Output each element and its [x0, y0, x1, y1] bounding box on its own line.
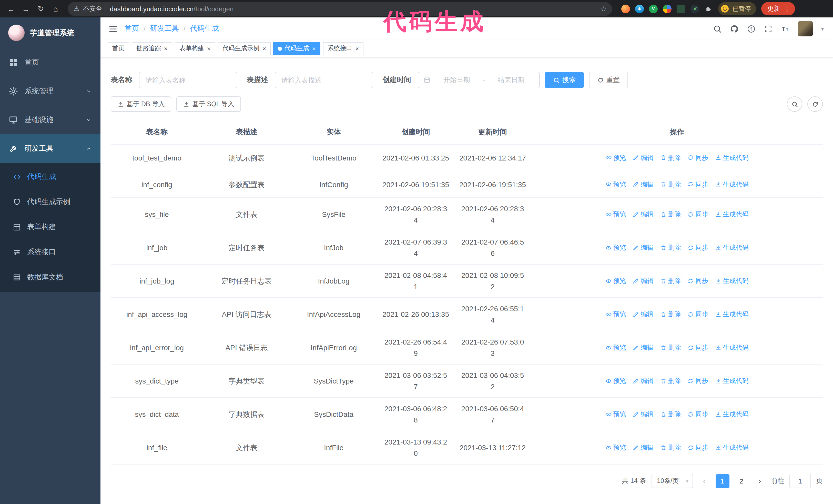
close-icon[interactable]: ×: [262, 45, 266, 51]
sync-link[interactable]: 同步: [688, 275, 709, 287]
import-db-button[interactable]: 基于 DB 导入: [111, 96, 171, 112]
edit-link[interactable]: 编辑: [633, 242, 653, 253]
page-button-2[interactable]: 2: [735, 474, 748, 488]
submenu-item-system-api[interactable]: 系统接口: [0, 239, 100, 265]
goto-page-input[interactable]: [789, 474, 811, 488]
sync-link[interactable]: 同步: [688, 152, 709, 163]
prev-page-button[interactable]: ‹: [698, 476, 711, 485]
edit-link[interactable]: 编辑: [633, 152, 653, 163]
profile-chip[interactable]: 已暂停: [718, 2, 756, 16]
page-size-select[interactable]: 10条/页 ▾: [651, 474, 693, 488]
edit-link[interactable]: 编辑: [633, 209, 653, 220]
generate-code-link[interactable]: 生成代码: [715, 152, 749, 163]
close-icon[interactable]: ×: [312, 45, 316, 51]
edit-link[interactable]: 编辑: [633, 179, 653, 190]
address-bar[interactable]: ⚠ 不安全 dashboard.yudao.iocoder.cn/tool/co…: [68, 2, 612, 16]
ext-icon-dark[interactable]: [677, 4, 685, 13]
refresh-table-button[interactable]: [807, 96, 823, 112]
tab-system-api[interactable]: 系统接口 ×: [323, 42, 363, 55]
sidebar-item-infra[interactable]: 基础设施: [0, 105, 100, 134]
generate-code-link[interactable]: 生成代码: [715, 242, 749, 253]
delete-link[interactable]: 删除: [660, 442, 681, 453]
generate-code-link[interactable]: 生成代码: [715, 209, 749, 220]
breadcrumb-devtools[interactable]: 研发工具: [150, 24, 179, 33]
reload-button[interactable]: ↻: [34, 2, 48, 16]
fullscreen-button[interactable]: [764, 24, 772, 33]
help-button[interactable]: ?: [747, 24, 756, 33]
preview-link[interactable]: 预览: [605, 409, 626, 420]
table-name-input[interactable]: [139, 72, 237, 88]
end-date-placeholder[interactable]: 结束日期: [488, 75, 534, 85]
sync-link[interactable]: 同步: [688, 375, 709, 387]
home-button[interactable]: ⌂: [49, 2, 63, 16]
delete-link[interactable]: 删除: [660, 179, 681, 190]
generate-code-link[interactable]: 生成代码: [715, 179, 749, 190]
close-icon[interactable]: ×: [355, 45, 359, 51]
submenu-item-form-builder[interactable]: 表单构建: [0, 214, 100, 239]
table-desc-input[interactable]: [275, 72, 373, 88]
preview-link[interactable]: 预览: [605, 442, 626, 453]
sync-link[interactable]: 同步: [688, 179, 709, 190]
edit-link[interactable]: 编辑: [633, 275, 653, 287]
delete-link[interactable]: 删除: [660, 375, 681, 387]
submenu-item-codegen[interactable]: 代码生成: [0, 164, 100, 189]
date-range-picker[interactable]: 开始日期 - 结束日期: [418, 72, 540, 88]
start-date-placeholder[interactable]: 开始日期: [434, 75, 480, 85]
generate-code-link[interactable]: 生成代码: [715, 275, 749, 287]
toggle-search-button[interactable]: [787, 96, 802, 112]
font-size-button[interactable]: TT: [781, 24, 789, 33]
github-link[interactable]: [730, 24, 739, 33]
edit-link[interactable]: 编辑: [633, 342, 653, 353]
ext-icon-leaf[interactable]: [690, 4, 699, 13]
sync-link[interactable]: 同步: [688, 409, 709, 420]
tab-codegen-example[interactable]: 代码生成示例 ×: [218, 42, 271, 55]
delete-link[interactable]: 删除: [660, 275, 681, 287]
import-sql-button[interactable]: 基于 SQL 导入: [176, 96, 241, 112]
preview-link[interactable]: 预览: [605, 375, 626, 387]
sync-link[interactable]: 同步: [688, 442, 709, 453]
delete-link[interactable]: 删除: [660, 242, 681, 253]
sync-link[interactable]: 同步: [688, 209, 709, 220]
edit-link[interactable]: 编辑: [633, 309, 653, 320]
breadcrumb-home[interactable]: 首页: [124, 24, 139, 33]
generate-code-link[interactable]: 生成代码: [715, 342, 749, 353]
generate-code-link[interactable]: 生成代码: [715, 375, 749, 387]
app-logo[interactable]: 芋道管理系统: [0, 18, 100, 48]
bookmark-star-icon[interactable]: ☆: [598, 5, 609, 13]
preview-link[interactable]: 预览: [605, 242, 626, 253]
sidebar-item-system[interactable]: 系统管理: [0, 77, 100, 105]
sync-link[interactable]: 同步: [688, 242, 709, 253]
update-button[interactable]: 更新 ⋮: [761, 2, 795, 16]
page-button-1[interactable]: 1: [716, 474, 730, 488]
delete-link[interactable]: 删除: [660, 209, 681, 220]
submenu-item-codegen-example[interactable]: 代码生成示例: [0, 189, 100, 214]
ext-icon-drop[interactable]: [635, 4, 644, 13]
edit-link[interactable]: 编辑: [633, 442, 653, 453]
ext-icon-grid[interactable]: [663, 4, 671, 13]
sidebar-toggle[interactable]: [109, 24, 117, 33]
sync-link[interactable]: 同步: [688, 309, 709, 320]
back-button[interactable]: ←: [4, 2, 18, 16]
sidebar-item-home[interactable]: 首页: [0, 48, 100, 77]
sidebar-item-devtools[interactable]: 研发工具: [0, 134, 100, 163]
ext-icon-v[interactable]: V: [649, 4, 658, 13]
sync-link[interactable]: 同步: [688, 342, 709, 353]
header-search-button[interactable]: [713, 24, 722, 33]
reset-button[interactable]: 重置: [589, 72, 628, 88]
preview-link[interactable]: 预览: [605, 209, 626, 220]
preview-link[interactable]: 预览: [605, 309, 626, 320]
generate-code-link[interactable]: 生成代码: [715, 309, 749, 320]
browser-menu-icon[interactable]: ⋮: [784, 5, 790, 13]
avatar-caret-icon[interactable]: ▾: [821, 26, 824, 31]
ext-icon-fox[interactable]: [621, 4, 630, 13]
close-icon[interactable]: ×: [164, 45, 168, 51]
tab-home[interactable]: 首页: [108, 42, 129, 55]
next-page-button[interactable]: ›: [754, 476, 766, 485]
tab-codegen[interactable]: 代码生成 ×: [273, 42, 320, 55]
submenu-item-db-docs[interactable]: 数据库文档: [0, 265, 100, 290]
delete-link[interactable]: 删除: [660, 152, 681, 163]
generate-code-link[interactable]: 生成代码: [715, 409, 749, 420]
preview-link[interactable]: 预览: [605, 152, 626, 163]
edit-link[interactable]: 编辑: [633, 409, 653, 420]
delete-link[interactable]: 删除: [660, 309, 681, 320]
